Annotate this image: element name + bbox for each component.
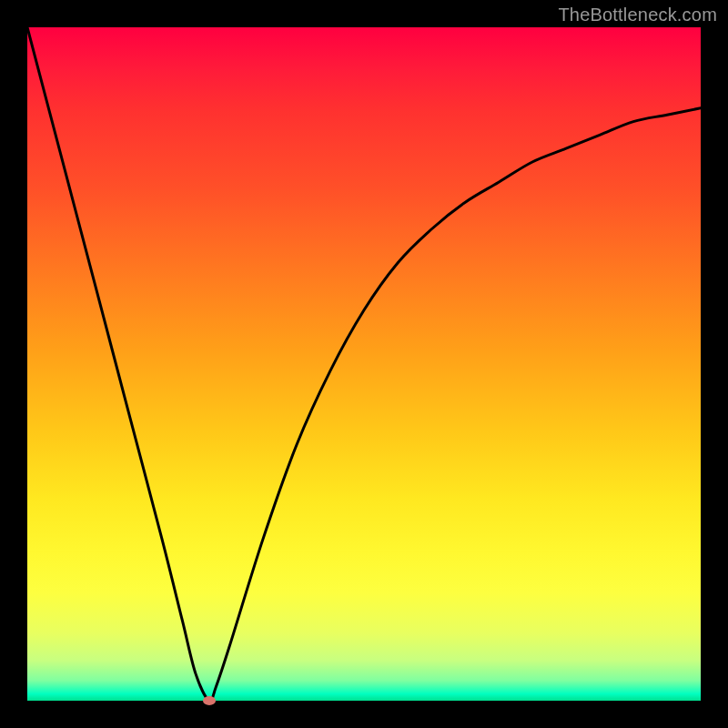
bottleneck-curve [27, 27, 701, 701]
optimum-marker [203, 696, 216, 705]
attribution-text: TheBottleneck.com [558, 5, 717, 25]
chart-plot-area [27, 27, 701, 701]
